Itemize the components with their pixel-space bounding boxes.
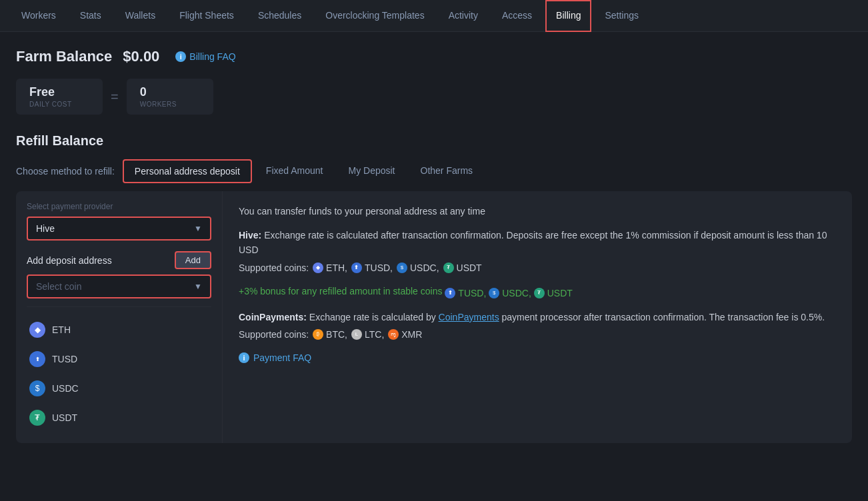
coinpayments-supported-coins: Supported coins: ₿ BTC, Ł LTC, ɱ XMR (239, 327, 836, 342)
small-usdc-icon: $ (397, 262, 407, 273)
bonus-usdt-label: USDT (547, 286, 573, 300)
chevron-down-icon: ▼ (194, 224, 202, 233)
coin-name-usdc: USDC (52, 383, 79, 394)
hive-info-block: Hive: Exchange rate is calculated after … (239, 228, 836, 275)
provider-dropdown[interactable]: Hive ▼ (27, 217, 211, 241)
tusd-label: TUSD, (365, 260, 393, 275)
ltc-label: LTC, (365, 327, 384, 342)
daily-cost-label: DAILY COST (29, 101, 89, 108)
nav-item-wallets[interactable]: Wallets (115, 0, 166, 32)
nav-item-settings[interactable]: Settings (594, 0, 649, 32)
bonus-tusd-label: TUSD, (458, 286, 486, 300)
coinpayments-link[interactable]: CoinPayments (439, 312, 499, 322)
btc-badge: ₿ BTC, (313, 327, 347, 342)
coinpayments-desc: Exchange rate is calculated by (309, 312, 439, 322)
xmr-icon: ɱ (388, 329, 399, 340)
nav-item-billing[interactable]: Billing (545, 0, 591, 32)
usdc-badge: $ USDC, (397, 260, 439, 275)
btc-icon: ₿ (313, 329, 323, 340)
nav-item-flight-sheets[interactable]: Flight Sheets (169, 0, 245, 32)
bonus-usdc-icon: $ (489, 288, 499, 298)
coin-item-tusd[interactable]: ⬆ TUSD (27, 344, 211, 374)
bonus-usdc-label: USDC, (502, 286, 531, 300)
usdt-label: USDT (457, 260, 482, 275)
nav-item-activity[interactable]: Activity (438, 0, 489, 32)
choose-method-row: Choose method to refill: Personal addres… (16, 159, 852, 183)
xmr-badge: ɱ XMR (388, 327, 422, 342)
left-panel: Select payment provider Hive ▼ Add depos… (16, 191, 223, 443)
usdc-label: USDC, (410, 260, 439, 275)
add-deposit-label: Add deposit address (27, 255, 112, 266)
billing-faq-label: Billing FAQ (189, 51, 235, 62)
coin-item-usdt[interactable]: ₮ USDT (27, 403, 211, 432)
add-deposit-row: Add deposit address Add (27, 251, 211, 269)
add-deposit-button[interactable]: Add (175, 251, 211, 269)
ltc-icon: Ł (351, 329, 362, 340)
nav-item-overclocking-templates[interactable]: Overclocking Templates (315, 0, 435, 32)
hive-supported-label: Supported coins: (239, 260, 309, 275)
method-tabs: Personal address deposit Fixed Amount My… (123, 159, 484, 183)
tab-other-farms[interactable]: Other Farms (409, 159, 485, 183)
divider (27, 306, 211, 307)
workers-box: 0 WORKERS (127, 79, 213, 115)
coin-item-usdc[interactable]: $ USDC (27, 374, 211, 403)
hive-title: Hive: (239, 230, 261, 241)
eth-badge: ◆ ETH, (313, 260, 347, 275)
payment-faq-row: i Payment FAQ (239, 352, 836, 363)
xmr-label: XMR (401, 327, 422, 342)
intro-text: You can transfer funds to your personal … (239, 205, 836, 219)
bonus-usdt-badge: ₮ USDT (534, 286, 573, 300)
equals-sign: = (111, 89, 119, 105)
coinpayments-supported-label: Supported coins: (239, 327, 309, 342)
info-icon: i (175, 51, 186, 62)
bonus-tusd-badge: ⬆ TUSD, (445, 286, 486, 300)
payment-faq-info-icon: i (239, 352, 249, 363)
workers-label: WORKERS (140, 101, 200, 108)
billing-panel: Select payment provider Hive ▼ Add depos… (16, 191, 852, 443)
usdt-icon: ₮ (29, 410, 45, 426)
billing-faq-link[interactable]: i Billing FAQ (175, 51, 235, 62)
hive-desc: Exchange rate is calculated after transa… (239, 230, 827, 255)
bonus-text-main: +3% bonus for any refilled amount in sta… (239, 286, 445, 296)
bonus-usdt-icon: ₮ (534, 288, 545, 298)
coin-name-usdt: USDT (52, 412, 77, 423)
tab-my-deposit[interactable]: My Deposit (337, 159, 406, 183)
eth-icon: ◆ (29, 322, 45, 338)
usdt-badge: ₮ USDT (443, 260, 482, 275)
workers-value: 0 (140, 85, 200, 99)
farm-balance-amount: $0.00 (123, 48, 159, 65)
coin-item-eth[interactable]: ◆ ETH (27, 315, 211, 344)
nav-item-access[interactable]: Access (491, 0, 543, 32)
daily-cost-box: Free DAILY COST (16, 79, 103, 115)
select-coin-dropdown[interactable]: Select coin ▼ (27, 274, 211, 298)
bonus-tusd-icon: ⬆ (445, 288, 455, 298)
small-tusd-icon: ⬆ (351, 262, 362, 273)
coin-name-eth: ETH (52, 324, 71, 335)
eth-label: ETH, (326, 260, 347, 275)
main-content: Farm Balance $0.00 i Billing FAQ Free DA… (0, 32, 868, 459)
ltc-badge: Ł LTC, (351, 327, 384, 342)
farm-balance-row: Farm Balance $0.00 i Billing FAQ (16, 48, 852, 65)
tusd-badge: ⬆ TUSD, (351, 260, 393, 275)
nav-item-schedules[interactable]: Schedules (247, 0, 312, 32)
tab-fixed-amount[interactable]: Fixed Amount (255, 159, 335, 183)
top-navigation: WorkersStatsWalletsFlight SheetsSchedule… (0, 0, 868, 32)
hive-supported-coins: Supported coins: ◆ ETH, ⬆ TUSD, $ USDC, (239, 260, 836, 275)
tab-personal-address[interactable]: Personal address deposit (123, 159, 252, 183)
btc-label: BTC, (326, 327, 347, 342)
coin-name-tusd: TUSD (52, 354, 77, 364)
small-usdt-icon: ₮ (443, 262, 454, 273)
usdc-icon: $ (29, 380, 45, 396)
nav-item-workers[interactable]: Workers (11, 0, 67, 32)
refill-title: Refill Balance (16, 133, 852, 149)
daily-cost-value: Free (29, 85, 89, 99)
cost-row: Free DAILY COST = 0 WORKERS (16, 79, 852, 115)
bonus-text-row: +3% bonus for any refilled amount in sta… (239, 284, 836, 300)
bonus-usdc-badge: $ USDC, (489, 286, 531, 300)
choose-method-label: Choose method to refill: (16, 166, 115, 177)
payment-faq-link[interactable]: Payment FAQ (253, 352, 311, 363)
nav-item-stats[interactable]: Stats (69, 0, 112, 32)
small-eth-icon: ◆ (313, 262, 323, 273)
coinpayments-info-block: CoinPayments: Exchange rate is calculate… (239, 310, 836, 342)
farm-balance-title: Farm Balance (16, 48, 112, 65)
